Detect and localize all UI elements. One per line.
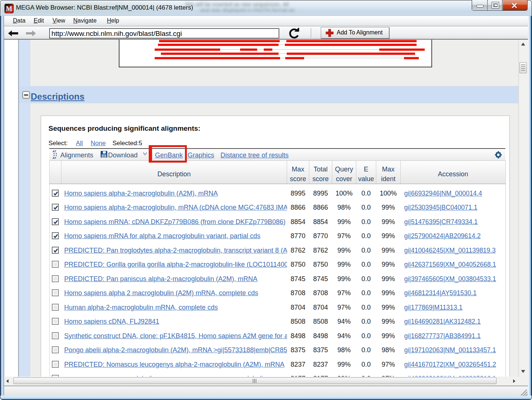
svg-text:AT: AT bbox=[53, 150, 56, 153]
svg-text:AT: AT bbox=[53, 156, 56, 159]
